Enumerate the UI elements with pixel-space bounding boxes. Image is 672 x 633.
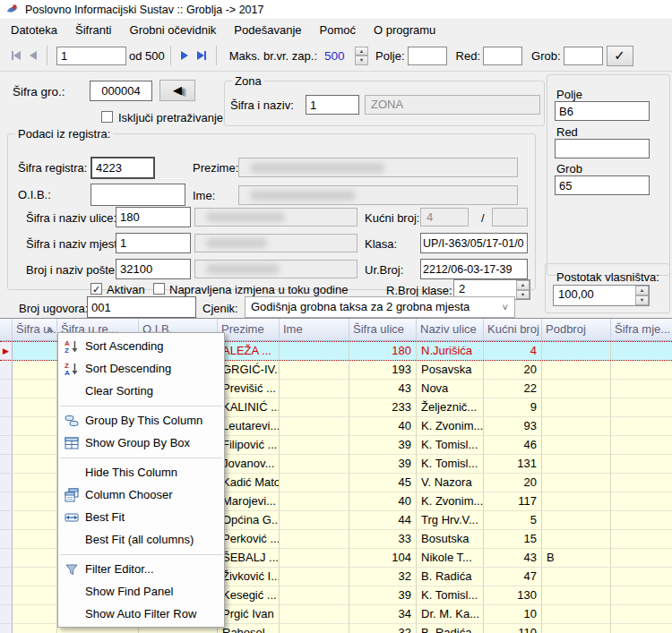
grid-cell-sifra_mje[interactable] bbox=[611, 455, 672, 474]
menu-datoteka[interactable]: Datoteka bbox=[2, 21, 66, 39]
grid-cell-sifra_mje[interactable] bbox=[611, 492, 672, 511]
grid-cell-prezime[interactable]: ALEŽA ... bbox=[218, 342, 280, 360]
ur-broj-input[interactable] bbox=[420, 259, 528, 279]
grid-cell-ime[interactable] bbox=[280, 380, 349, 398]
menu-item-hide-this-column[interactable]: Hide This Column bbox=[58, 461, 224, 483]
broj-ugovora-input[interactable] bbox=[87, 296, 196, 318]
grid-cell-prezime[interactable]: Rahosel... bbox=[218, 624, 280, 633]
grid-cell-prezime[interactable]: Filipović ... bbox=[218, 436, 280, 455]
grid-cell-podbroj[interactable] bbox=[542, 492, 611, 511]
grid-cell-sifra_ulice[interactable]: 43 bbox=[349, 380, 417, 398]
grid-cell-naziv_ulice[interactable]: K. Tomisl... bbox=[417, 586, 484, 605]
grid-cell-sifra_u[interactable] bbox=[13, 361, 57, 380]
record-number-input[interactable] bbox=[56, 47, 126, 65]
menu-item-show-find-panel[interactable]: Show Find Panel bbox=[58, 580, 224, 603]
grid-cell-ime[interactable] bbox=[280, 492, 349, 511]
grid-cell-prezime[interactable]: Prgić Ivan bbox=[218, 605, 280, 624]
posta-broj-input[interactable] bbox=[116, 259, 191, 279]
grid-cell-kucni_broj[interactable]: 117 bbox=[484, 492, 542, 511]
grid-cell-podbroj[interactable] bbox=[542, 474, 611, 492]
grid-cell-podbroj[interactable] bbox=[542, 605, 611, 624]
menu-sifranti[interactable]: Šifranti bbox=[66, 21, 120, 39]
menu-grobni-ocevidnik[interactable]: Grobni očevidnik bbox=[121, 21, 226, 39]
grid-cell-sifra_mje[interactable] bbox=[611, 568, 672, 586]
grid-cell-ime[interactable] bbox=[280, 342, 349, 360]
grid-cell-sifra_mje[interactable] bbox=[611, 380, 672, 398]
grid-cell-naziv_ulice[interactable]: K. Tomisl... bbox=[417, 455, 484, 474]
grid-cell-sifra_u[interactable] bbox=[13, 492, 57, 511]
red-field-input[interactable] bbox=[555, 139, 650, 158]
last-record-button[interactable] bbox=[193, 48, 211, 63]
grid-cell-kucni_broj[interactable]: 131 bbox=[484, 455, 542, 474]
grid-cell-sifra_u[interactable] bbox=[13, 436, 57, 455]
confirm-search-button[interactable]: ✓ bbox=[607, 46, 633, 66]
grid-cell-sifra_mje[interactable] bbox=[611, 417, 672, 436]
iskljuci-checkbox[interactable] bbox=[101, 111, 113, 123]
grid-cell-ime[interactable] bbox=[280, 436, 349, 455]
grid-cell-sifra_mje[interactable] bbox=[611, 474, 672, 492]
klasa-input[interactable] bbox=[420, 233, 528, 253]
grid-cell-prezime[interactable]: Kadić Mato bbox=[218, 474, 280, 492]
grid-cell-sifra_mje[interactable]: 3 bbox=[611, 361, 672, 380]
grid-cell-ime[interactable] bbox=[280, 398, 349, 417]
menu-pomoc[interactable]: Pomoć bbox=[311, 21, 365, 39]
grid-cell-sifra_u[interactable] bbox=[13, 624, 57, 633]
grid-cell-prezime[interactable]: Jovanov... bbox=[218, 455, 280, 474]
grid-cell-sifra_u[interactable] bbox=[13, 549, 57, 568]
grid-cell-prezime[interactable]: Općina G... bbox=[218, 511, 280, 530]
grid-cell-podbroj[interactable] bbox=[542, 455, 611, 474]
grid-cell-ime[interactable] bbox=[280, 455, 349, 474]
column-header-prezime[interactable]: Prezime bbox=[218, 319, 280, 340]
grid-cell-podbroj[interactable]: B bbox=[542, 549, 611, 568]
grid-cell-prezime[interactable]: KALINIĆ ... bbox=[218, 398, 280, 417]
grid-cell-ime[interactable] bbox=[280, 474, 349, 492]
ulica-sifra-input[interactable] bbox=[116, 207, 191, 227]
grid-cell-sifra_mje[interactable] bbox=[611, 398, 672, 417]
grid-cell-kucni_broj[interactable]: 10 bbox=[484, 605, 542, 624]
menu-item-filter-editor[interactable]: Filter Editor... bbox=[58, 558, 224, 580]
grid-cell-sifra_ulice[interactable]: 180 bbox=[349, 342, 417, 360]
grid-cell-kucni_broj[interactable]: 22 bbox=[484, 380, 542, 398]
grid-cell-kucni_broj[interactable]: 20 bbox=[484, 361, 542, 380]
menu-item-best-fit-all-columns[interactable]: Best Fit (all columns) bbox=[58, 528, 224, 551]
grid-cell-kucni_broj[interactable]: 20 bbox=[484, 474, 542, 492]
grid-cell-sifra_ulice[interactable]: 45 bbox=[349, 474, 417, 492]
grid-cell-kucni_broj[interactable]: 130 bbox=[484, 586, 542, 605]
grid-cell-sifra_ulice[interactable]: 193 bbox=[349, 361, 417, 380]
polje-input[interactable] bbox=[408, 47, 447, 65]
menu-item-sort-descending[interactable]: ZASort Descending bbox=[58, 357, 224, 380]
grid-cell-sifra_mje[interactable] bbox=[611, 624, 672, 633]
menu-podesavanje[interactable]: Podešavanje bbox=[225, 21, 310, 39]
grid-cell-prezime[interactable]: Marojevi... bbox=[218, 492, 280, 511]
grid-cell-podbroj[interactable] bbox=[542, 361, 611, 380]
menu-item-group-by-this-column[interactable]: Group By This Column bbox=[58, 409, 224, 432]
mjesto-sifra-input[interactable] bbox=[116, 233, 191, 253]
grid-cell-ime[interactable] bbox=[280, 624, 349, 633]
grid-cell-sifra_ulice[interactable]: 39 bbox=[349, 455, 417, 474]
menu-item-best-fit[interactable]: Best Fit bbox=[58, 506, 224, 528]
grid-cell-naziv_ulice[interactable]: N.Jurišića bbox=[417, 342, 484, 360]
grid-cell-naziv_ulice[interactable]: Dr. M. Ka... bbox=[417, 605, 484, 624]
menu-item-show-group-by-box[interactable]: Show Group By Box bbox=[58, 432, 224, 454]
grid-cell-ime[interactable] bbox=[280, 549, 349, 568]
grid-cell-kucni_broj[interactable]: 9 bbox=[484, 398, 542, 417]
grob-field-input[interactable] bbox=[555, 175, 650, 195]
grid-cell-naziv_ulice[interactable]: Bosutska bbox=[417, 530, 484, 549]
grid-cell-podbroj[interactable] bbox=[542, 530, 611, 549]
grid-cell-kucni_broj[interactable]: 93 bbox=[484, 417, 542, 436]
column-header-podbroj[interactable]: Podbroj bbox=[542, 319, 611, 340]
grid-cell-sifra_u[interactable] bbox=[13, 455, 57, 474]
grid-cell-naziv_ulice[interactable]: B. Radića bbox=[417, 568, 484, 586]
grid-cell-naziv_ulice[interactable]: Nikole T... bbox=[417, 549, 484, 568]
grid-cell-sifra_ulice[interactable]: 34 bbox=[349, 605, 417, 624]
grid-cell-sifra_mje[interactable] bbox=[611, 605, 672, 624]
grid-cell-ime[interactable] bbox=[280, 417, 349, 436]
grid-cell-sifra_ulice[interactable]: 40 bbox=[349, 417, 417, 436]
menu-o-programu[interactable]: O programu bbox=[365, 21, 444, 39]
menu-item-column-chooser[interactable]: Column Chooser bbox=[58, 483, 224, 506]
grid-cell-naziv_ulice[interactable]: K. Zvonim... bbox=[417, 417, 484, 436]
grid-cell-ime[interactable] bbox=[280, 586, 349, 605]
lookup-arrow-button[interactable]: ◀ bbox=[159, 80, 195, 101]
aktivan-checkbox[interactable]: ✓ bbox=[90, 283, 102, 295]
first-record-button[interactable] bbox=[7, 48, 25, 63]
